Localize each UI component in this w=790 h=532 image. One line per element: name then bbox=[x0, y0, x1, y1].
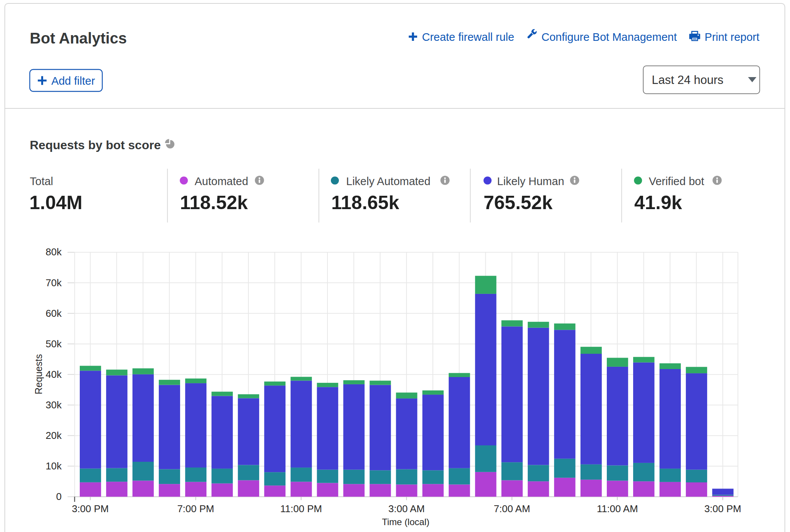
svg-text:3:00 PM: 3:00 PM bbox=[72, 503, 109, 514]
svg-text:Automated: Automated bbox=[195, 175, 248, 187]
svg-text:11:00 AM: 11:00 AM bbox=[597, 503, 638, 514]
svg-text:10k: 10k bbox=[45, 460, 62, 472]
svg-text:Likely Automated: Likely Automated bbox=[346, 175, 430, 187]
svg-text:Add filter: Add filter bbox=[51, 75, 95, 87]
svg-text:3:00 AM: 3:00 AM bbox=[388, 503, 424, 514]
svg-text:Requests: Requests bbox=[33, 354, 44, 395]
svg-text:Requests by bot score: Requests by bot score bbox=[30, 138, 161, 152]
svg-text:40k: 40k bbox=[45, 369, 62, 380]
svg-text:1.04M: 1.04M bbox=[29, 192, 82, 213]
svg-text:Time (local): Time (local) bbox=[382, 517, 429, 527]
svg-text:118.65k: 118.65k bbox=[331, 192, 399, 213]
svg-text:Last 24 hours: Last 24 hours bbox=[652, 73, 724, 87]
svg-text:80k: 80k bbox=[45, 246, 62, 258]
svg-text:0: 0 bbox=[56, 491, 61, 502]
svg-text:3:00 PM: 3:00 PM bbox=[704, 503, 741, 514]
svg-text:Configure Bot Management: Configure Bot Management bbox=[542, 31, 677, 43]
svg-text:Bot Analytics: Bot Analytics bbox=[30, 30, 127, 47]
svg-text:41.9k: 41.9k bbox=[634, 192, 682, 213]
svg-text:Likely Human: Likely Human bbox=[497, 175, 564, 187]
svg-text:765.52k: 765.52k bbox=[484, 192, 553, 213]
svg-text:11:00 PM: 11:00 PM bbox=[280, 503, 322, 514]
svg-text:118.52k: 118.52k bbox=[180, 192, 248, 213]
svg-text:50k: 50k bbox=[45, 338, 62, 350]
svg-text:7:00 PM: 7:00 PM bbox=[177, 503, 214, 514]
svg-text:20k: 20k bbox=[45, 430, 62, 441]
svg-text:Create firewall rule: Create firewall rule bbox=[422, 31, 514, 43]
svg-text:Verified bot: Verified bot bbox=[649, 175, 704, 187]
svg-text:70k: 70k bbox=[45, 277, 62, 289]
svg-text:30k: 30k bbox=[45, 399, 62, 411]
svg-text:Print report: Print report bbox=[705, 31, 759, 43]
svg-text:Total: Total bbox=[30, 175, 53, 187]
svg-text:60k: 60k bbox=[45, 308, 62, 319]
svg-text:7:00 AM: 7:00 AM bbox=[494, 503, 530, 514]
